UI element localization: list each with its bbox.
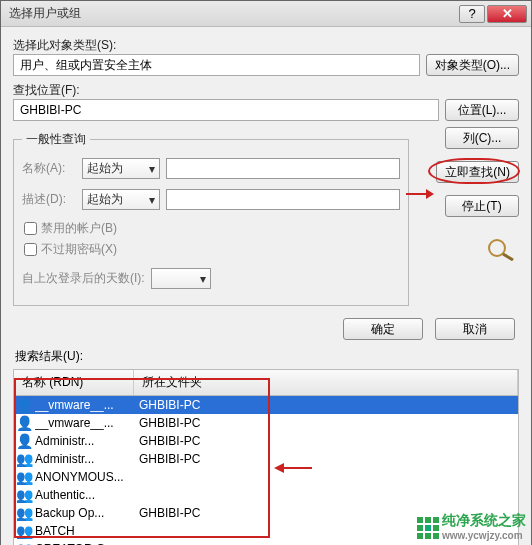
result-name: Administr... (35, 434, 135, 448)
result-name: __vmware__... (35, 416, 135, 430)
principal-icon: 👤 (16, 397, 32, 413)
results-header: 名称 (RDN) 所在文件夹 (13, 369, 519, 396)
stop-button[interactable]: 停止(T) (445, 195, 519, 217)
svg-point-0 (489, 240, 505, 256)
principal-icon: 👥 (16, 469, 32, 485)
result-name: BATCH (35, 524, 135, 538)
location-field: GHBIBI-PC (13, 99, 439, 121)
result-folder: GHBIBI-PC (135, 416, 516, 430)
days-since-login-label: 自上次登录后的天数(I): (22, 270, 145, 287)
watermark-logo-icon (416, 516, 438, 538)
location-label: 查找位置(F): (13, 82, 519, 99)
dialog-body: 选择此对象类型(S): 用户、组或内置安全主体 对象类型(O)... 查找位置(… (1, 27, 531, 545)
object-type-field: 用户、组或内置安全主体 (13, 54, 420, 76)
help-button[interactable]: ? (459, 5, 485, 23)
titlebar-buttons: ? ✕ (459, 5, 527, 23)
principal-icon: 👤 (16, 433, 32, 449)
chevron-down-icon: ▾ (149, 162, 155, 176)
object-type-label: 选择此对象类型(S): (13, 37, 519, 54)
result-folder: GHBIBI-PC (135, 452, 516, 466)
disabled-accounts-checkbox[interactable]: 禁用的帐户(B) (24, 220, 400, 237)
ok-button[interactable]: 确定 (343, 318, 423, 340)
chevron-down-icon: ▾ (200, 272, 206, 286)
dialog-window: 选择用户或组 ? ✕ 选择此对象类型(S): 用户、组或内置安全主体 对象类型(… (0, 0, 532, 545)
magnifier-icon (483, 237, 519, 264)
name-mode-select[interactable]: 起始为▾ (82, 158, 160, 179)
right-button-column: 列(C)... 立即查找(N) 停止(T) (409, 127, 519, 312)
result-name: __vmware__... (35, 398, 135, 412)
result-name: Authentic... (35, 488, 135, 502)
desc-label: 描述(D): (22, 191, 76, 208)
col-header-folder[interactable]: 所在文件夹 (134, 370, 518, 395)
chevron-down-icon: ▾ (149, 193, 155, 207)
col-header-rdn[interactable]: 名称 (RDN) (14, 370, 134, 395)
result-folder: GHBIBI-PC (135, 434, 516, 448)
close-button[interactable]: ✕ (487, 5, 527, 23)
principal-icon: 👥 (16, 541, 32, 545)
results-row[interactable]: 👤Administr...GHBIBI-PC (14, 432, 518, 450)
watermark-text: 纯净系统之家 (442, 512, 526, 528)
locations-button[interactable]: 位置(L)... (445, 99, 519, 121)
name-label: 名称(A): (22, 160, 76, 177)
svg-line-1 (503, 254, 513, 260)
object-types-button[interactable]: 对象类型(O)... (426, 54, 519, 76)
result-name: ANONYMOUS... (35, 470, 135, 484)
results-row[interactable]: 👤__vmware__...GHBIBI-PC (14, 414, 518, 432)
result-folder: GHBIBI-PC (135, 398, 516, 412)
results-label: 搜索结果(U): (15, 348, 517, 365)
titlebar: 选择用户或组 ? ✕ (1, 1, 531, 27)
principal-icon: 👥 (16, 505, 32, 521)
results-row[interactable]: 👥Authentic... (14, 486, 518, 504)
name-input[interactable] (166, 158, 400, 179)
window-title: 选择用户或组 (9, 5, 459, 22)
desc-input[interactable] (166, 189, 400, 210)
results-row[interactable]: 👥ANONYMOUS... (14, 468, 518, 486)
desc-mode-select[interactable]: 起始为▾ (82, 189, 160, 210)
principal-icon: 👥 (16, 451, 32, 467)
general-query-group: 一般性查询 名称(A): 起始为▾ 描述(D): 起始为▾ 禁用的帐户(B) 不… (13, 131, 409, 306)
columns-button[interactable]: 列(C)... (445, 127, 519, 149)
results-row[interactable]: 👥Administr...GHBIBI-PC (14, 450, 518, 468)
result-name: Backup Op... (35, 506, 135, 520)
principal-icon: 👥 (16, 487, 32, 503)
find-now-button[interactable]: 立即查找(N) (436, 161, 519, 183)
days-select[interactable]: ▾ (151, 268, 211, 289)
general-legend: 一般性查询 (22, 131, 90, 148)
result-name: Administr... (35, 452, 135, 466)
watermark: 纯净系统之家 www.ycwjzy.com (416, 512, 526, 541)
principal-icon: 👥 (16, 523, 32, 539)
cancel-button[interactable]: 取消 (435, 318, 515, 340)
results-row[interactable]: 👤__vmware__...GHBIBI-PC (14, 396, 518, 414)
principal-icon: 👤 (16, 415, 32, 431)
watermark-url: www.ycwjzy.com (442, 530, 526, 541)
never-expire-checkbox[interactable]: 不过期密码(X) (24, 241, 400, 258)
